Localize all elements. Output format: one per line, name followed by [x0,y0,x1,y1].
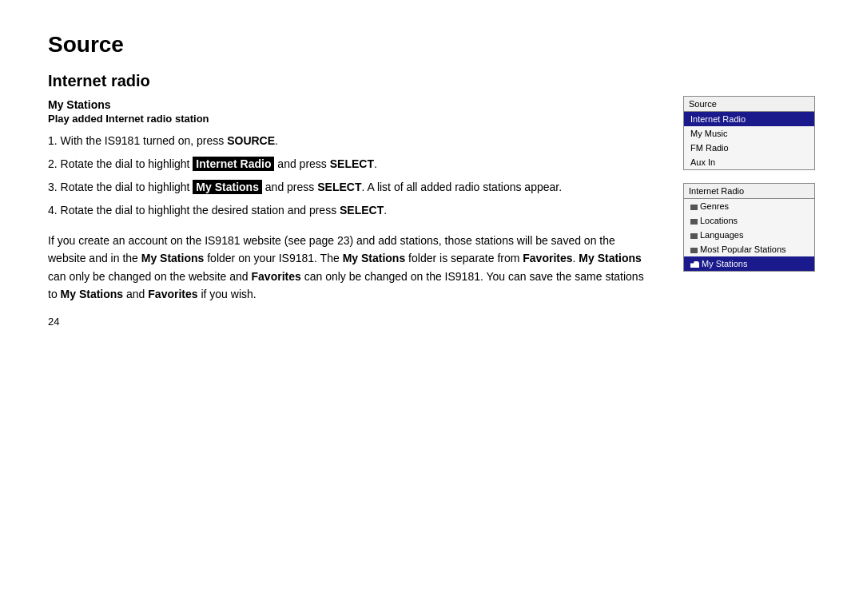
ir-item-locations: Locations [684,213,814,228]
step-3-text-mid: and press [262,181,317,193]
source-item-fm-radio: FM Radio [684,141,814,155]
page-number: 24 [48,316,59,328]
step-4-text-before: Rotate the dial to highlight the desired… [61,204,340,217]
ir-item-languages: Languages [684,228,814,242]
step-1-end: . [275,134,278,147]
my-stations-bold-4: My Stations [61,288,124,300]
my-stations-bold-3: My Stations [579,252,642,264]
my-stations-bold-1: My Stations [141,252,205,264]
step-3-end: . A list of all added radio stations app… [361,181,562,193]
favorites-bold-3: Favorites [148,288,197,300]
step-3-text-before: Rotate the dial to highlight [61,181,193,193]
ir-item-my-stations: My Stations [684,256,814,271]
my-stations-icon [690,261,699,268]
internet-radio-panel-items: Genres Locations Languages Most Popular … [684,199,814,271]
genres-icon [690,205,698,210]
step-1-number: 1. [48,134,61,147]
step-3-bold: SELECT [317,181,361,193]
ir-item-genres: Genres [684,199,814,213]
step-2-highlight: Internet Radio [193,157,274,171]
languages-icon [690,233,698,239]
page-title: Source [48,32,815,58]
source-item-my-music: My Music [684,126,814,141]
page-container: Source Internet radio My Stations Play a… [0,0,863,352]
step-2-text-mid: and press [274,157,329,170]
source-panel-items: Internet Radio My Music FM Radio Aux In [684,112,814,169]
source-panel-header: Source [684,97,814,112]
step-4-end: . [384,204,387,217]
step-2-number: 2. [48,157,61,170]
source-item-aux-in: Aux In [684,155,814,169]
step-4-bold: SELECT [340,204,384,217]
ui-panels: Source Internet Radio My Music FM Radio … [683,96,815,272]
most-popular-icon [690,248,698,253]
step-3-highlight: My Stations [193,180,262,194]
source-panel: Source Internet Radio My Music FM Radio … [683,96,815,170]
paragraph: If you create an account on the IS9181 w… [48,232,655,304]
ir-item-most-popular: Most Popular Stations [684,242,814,256]
internet-radio-panel-header: Internet Radio [684,184,814,199]
step-1-text-before: With the IS9181 turned on, press [61,134,228,147]
my-stations-bold-2: My Stations [343,252,406,264]
source-item-internet-radio: Internet Radio [684,112,814,126]
step-2-end: . [374,157,377,170]
step-3-number: 3. [48,181,61,193]
favorites-bold-2: Favorites [252,270,301,283]
section-title: Internet radio [48,72,815,90]
step-1-bold: SOURCE [227,134,275,147]
step-2-bold: SELECT [330,157,374,170]
locations-icon [690,219,698,225]
step-2-text-before: Rotate the dial to highlight [61,157,193,170]
step-4-number: 4. [48,204,61,217]
favorites-bold-1: Favorites [523,252,572,264]
internet-radio-panel: Internet Radio Genres Locations Language… [683,183,815,272]
